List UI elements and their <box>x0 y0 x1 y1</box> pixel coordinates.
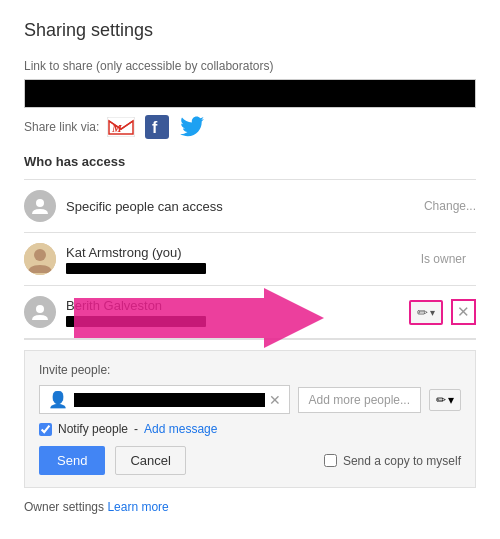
page-title: Sharing settings <box>24 20 476 41</box>
invite-edit-button[interactable]: ✏ ▾ <box>429 389 461 411</box>
share-via-label: Share link via: <box>24 120 99 134</box>
svg-text:M: M <box>111 122 123 134</box>
owner-settings-label: Owner settings <box>24 500 104 514</box>
invite-dropdown-icon: ▾ <box>448 393 454 407</box>
invite-input[interactable] <box>74 393 265 407</box>
dropdown-arrow-icon: ▾ <box>430 307 435 318</box>
divider-bottom <box>24 339 476 340</box>
specific-people-label: Specific people can access <box>66 199 424 214</box>
twitter-icon[interactable] <box>179 116 207 138</box>
gmail-icon[interactable]: M <box>107 116 135 138</box>
owner-settings-row: Owner settings Learn more <box>24 500 476 514</box>
link-section-label: Link to share (only accessible by collab… <box>24 59 476 73</box>
invite-section: Invite people: 👤 ✕ Add more people... ✏ … <box>24 350 476 488</box>
invite-label: Invite people: <box>39 363 461 377</box>
invite-input-row: 👤 ✕ Add more people... ✏ ▾ <box>39 385 461 414</box>
notify-checkbox[interactable] <box>39 423 52 436</box>
invite-input-box: 👤 ✕ <box>39 385 290 414</box>
kat-role: Is owner <box>421 252 466 266</box>
invite-person-icon: 👤 <box>48 390 68 409</box>
pencil-icon: ✏ <box>417 305 428 320</box>
copy-checkbox[interactable] <box>324 454 337 467</box>
learn-more-link[interactable]: Learn more <box>107 500 168 514</box>
cancel-button[interactable]: Cancel <box>115 446 185 475</box>
action-row: Send Cancel Send a copy to myself <box>39 446 461 475</box>
add-message-link[interactable]: Add message <box>144 422 217 436</box>
invite-clear-icon[interactable]: ✕ <box>269 392 281 408</box>
invite-pencil-icon: ✏ <box>436 393 446 407</box>
add-more-people-field[interactable]: Add more people... <box>298 387 421 413</box>
remove-access-button[interactable]: ✕ <box>451 299 476 325</box>
kat-name-area: Kat Armstrong (you) <box>66 245 421 274</box>
svg-text:f: f <box>152 119 158 136</box>
svg-point-4 <box>36 199 44 207</box>
permission-controls: ✏ ▾ ✕ <box>409 299 476 325</box>
link-section: Link to share (only accessible by collab… <box>24 59 476 116</box>
berith-name-area: Berith Galveston <box>66 298 409 327</box>
notify-label: Notify people <box>58 422 128 436</box>
svg-point-7 <box>36 305 44 313</box>
specific-people-row: Specific people can access Change... <box>24 180 476 233</box>
copy-label-text: Send a copy to myself <box>343 454 461 468</box>
send-button[interactable]: Send <box>39 446 105 475</box>
berith-galveston-row: Berith Galveston ✏ ▾ ✕ <box>24 286 476 339</box>
berith-person-icon <box>24 296 56 328</box>
notify-dash: - <box>134 422 138 436</box>
who-has-access-title: Who has access <box>24 154 476 169</box>
kat-avatar <box>24 243 56 275</box>
notify-row: Notify people - Add message <box>39 422 461 436</box>
facebook-icon[interactable]: f <box>143 116 171 138</box>
edit-permission-button[interactable]: ✏ ▾ <box>409 300 443 325</box>
svg-point-6 <box>34 249 46 261</box>
berith-row-container: Berith Galveston ✏ ▾ ✕ <box>24 286 476 339</box>
change-button[interactable]: Change... <box>424 199 476 213</box>
share-via-row: Share link via: M f <box>24 116 476 138</box>
generic-person-icon <box>24 190 56 222</box>
link-input[interactable] <box>24 79 476 108</box>
kat-armstrong-row: Kat Armstrong (you) Is owner <box>24 233 476 286</box>
copy-to-myself-label[interactable]: Send a copy to myself <box>324 454 461 468</box>
